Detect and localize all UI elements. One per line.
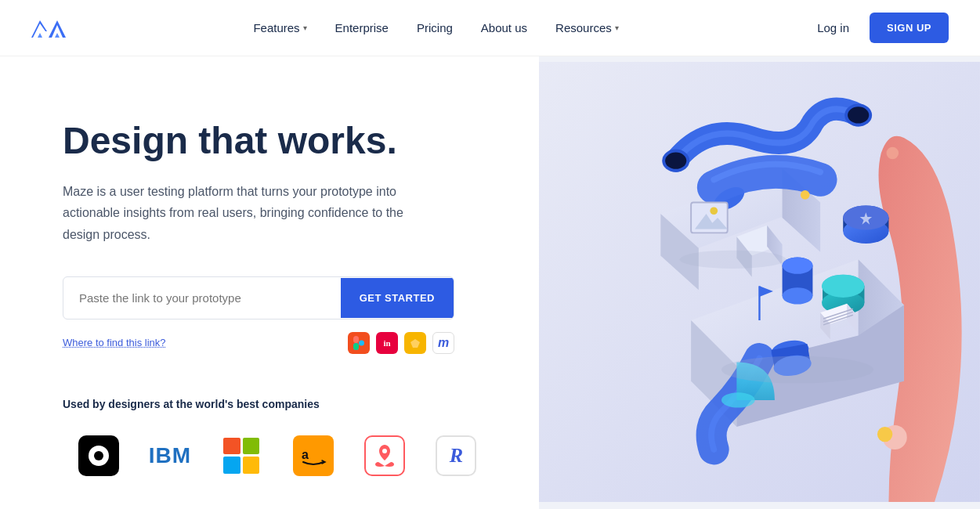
svg-point-58 — [680, 250, 787, 268]
hero-illustration — [539, 62, 980, 506]
company-logos: IBM a — [63, 429, 492, 482]
figma-icon[interactable] — [348, 332, 370, 354]
hero-left: Design that works. Maze is a user testin… — [0, 56, 539, 509]
nav-links: Features ▾ Enterprise Pricing About us R… — [66, 15, 806, 41]
uber-logo — [63, 429, 134, 482]
svg-rect-4 — [353, 343, 359, 350]
hero-right — [539, 56, 980, 509]
logo[interactable] — [31, 16, 66, 41]
navbar: Features ▾ Enterprise Pricing About us R… — [0, 0, 980, 56]
svg-point-3 — [359, 340, 364, 345]
svg-point-47 — [710, 207, 718, 215]
nav-pricing[interactable]: Pricing — [406, 15, 464, 41]
nav-actions: Log in SIGN UP — [806, 13, 949, 43]
svg-point-56 — [877, 426, 892, 441]
marvel-icon[interactable]: m — [432, 332, 454, 354]
svg-point-26 — [783, 257, 813, 273]
login-button[interactable]: Log in — [806, 15, 860, 41]
chevron-down-icon-2: ▾ — [615, 23, 619, 32]
svg-point-55 — [801, 190, 810, 200]
hero-subtitle: Maze is a user testing platform that tur… — [63, 181, 407, 245]
find-link[interactable]: Where to find this link? — [63, 337, 166, 348]
prototype-input[interactable] — [63, 277, 341, 319]
svg-point-53 — [848, 106, 869, 123]
chevron-down-icon: ▾ — [303, 23, 307, 32]
svg-rect-0 — [353, 336, 359, 343]
svg-point-11 — [887, 146, 899, 159]
get-started-button[interactable]: GET STARTED — [341, 278, 454, 318]
svg-point-25 — [783, 287, 813, 304]
ibm-logo: IBM — [134, 437, 205, 475]
svg-text:a: a — [302, 448, 309, 461]
nav-about[interactable]: About us — [470, 15, 538, 41]
nav-enterprise[interactable]: Enterprise — [324, 15, 400, 41]
microsoft-logo — [206, 431, 277, 480]
svg-point-30 — [822, 274, 864, 297]
svg-point-51 — [665, 152, 686, 168]
amazon-logo: a — [277, 429, 349, 482]
hero-section: Design that works. Maze is a user testin… — [0, 56, 980, 509]
tool-icons: in m — [348, 332, 454, 354]
reverb-logo: R — [421, 429, 492, 482]
companies-section: Used by designers at the world's best co… — [63, 398, 492, 482]
svg-point-8 — [382, 449, 387, 453]
invision-icon[interactable]: in — [376, 332, 398, 354]
hero-title: Design that works. — [63, 119, 492, 162]
nav-features[interactable]: Features ▾ — [242, 15, 317, 41]
nav-resources[interactable]: Resources ▾ — [544, 15, 630, 41]
svg-point-54 — [721, 392, 755, 407]
svg-point-57 — [721, 356, 873, 383]
companies-label: Used by designers at the world's best co… — [63, 398, 492, 410]
cta-form: GET STARTED — [63, 276, 454, 319]
signup-button[interactable]: SIGN UP — [870, 13, 949, 43]
airbnb-logo — [349, 429, 420, 482]
sketch-icon[interactable] — [404, 332, 426, 354]
help-row: Where to find this link? in — [63, 332, 454, 354]
